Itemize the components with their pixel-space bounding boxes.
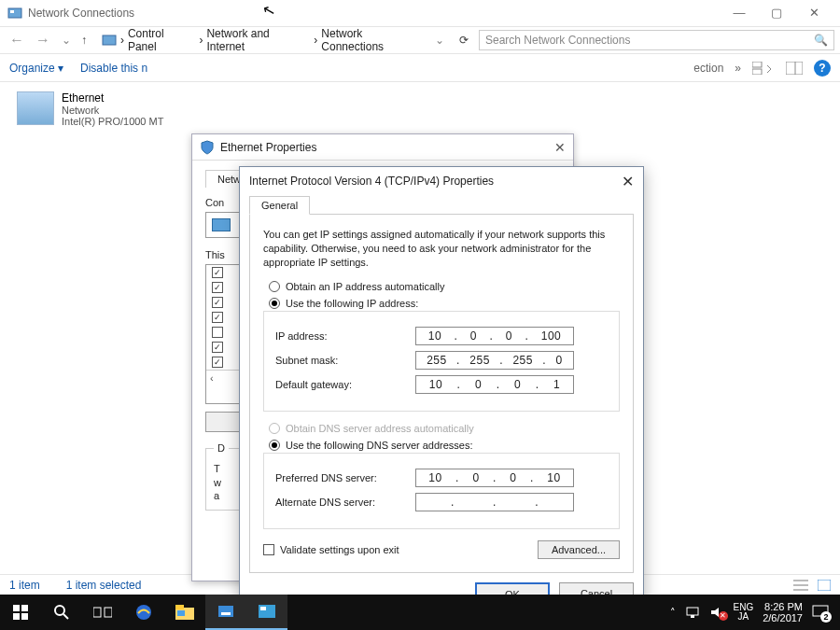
help-icon[interactable]: ? xyxy=(814,60,831,77)
svg-rect-18 xyxy=(105,608,112,617)
crumb-network-connections[interactable]: Network Connections xyxy=(321,27,427,53)
svg-rect-9 xyxy=(793,589,808,591)
ip-address-label: IP address: xyxy=(275,330,415,342)
crumb-network-internet[interactable]: Network and Internet xyxy=(206,27,310,53)
validate-checkbox[interactable] xyxy=(263,544,274,555)
svg-marker-29 xyxy=(711,608,719,617)
checkbox-icon[interactable] xyxy=(212,327,223,338)
scroll-left-icon[interactable]: ‹ xyxy=(210,372,214,384)
crumb-dropdown[interactable]: ⌄ xyxy=(435,34,444,47)
svg-rect-26 xyxy=(260,607,266,610)
search-button[interactable] xyxy=(41,595,82,630)
tab-general[interactable]: General xyxy=(249,196,310,215)
clock[interactable]: 8:26 PM 2/6/2017 xyxy=(763,601,803,623)
preferred-dns-input[interactable]: 10.0.0.10 xyxy=(415,469,574,487)
large-icons-view-icon[interactable] xyxy=(818,580,831,591)
ipv4-dialog-title: Internet Protocol Version 4 (TCP/IPv4) P… xyxy=(249,175,494,188)
checkbox-icon[interactable]: ✓ xyxy=(212,342,223,353)
ipv4-dialog-close[interactable]: ✕ xyxy=(622,173,634,190)
ipv4-properties-dialog: Internet Protocol Version 4 (TCP/IPv4) P… xyxy=(239,166,644,630)
svg-rect-3 xyxy=(752,62,762,67)
preview-pane-icon[interactable] xyxy=(786,62,803,75)
alternate-dns-input[interactable]: ... xyxy=(415,493,574,511)
breadcrumb[interactable]: › Control Panel › Network and Internet ›… xyxy=(97,26,449,54)
taskbar-control-panel[interactable] xyxy=(246,595,287,630)
svg-rect-14 xyxy=(21,613,28,620)
svg-rect-7 xyxy=(793,580,808,581)
ip-address-input[interactable]: 10.0.0.100 xyxy=(415,327,574,345)
subnet-mask-input[interactable]: 255.255.255.0 xyxy=(415,351,574,370)
checkbox-icon[interactable]: ✓ xyxy=(212,357,223,368)
dns-group: Preferred DNS server: 10.0.0.10 Alternat… xyxy=(263,453,620,529)
disable-device-button[interactable]: Disable this n xyxy=(80,62,147,75)
toolbar-more[interactable]: » xyxy=(735,62,741,75)
svg-rect-8 xyxy=(793,584,808,586)
taskbar-explorer[interactable] xyxy=(164,595,205,630)
search-input[interactable]: Search Network Connections 🔍 xyxy=(479,30,834,50)
nav-forward[interactable]: → xyxy=(32,32,54,49)
checkbox-icon[interactable]: ✓ xyxy=(212,297,223,308)
task-view-button[interactable] xyxy=(82,595,123,630)
taskbar-ie[interactable] xyxy=(123,595,164,630)
tray-network-icon[interactable] xyxy=(685,606,700,619)
language-indicator[interactable]: ENG JA xyxy=(734,603,754,623)
radio-use-following-dns[interactable]: Use the following DNS server addresses: xyxy=(269,440,620,451)
checkbox-icon[interactable]: ✓ xyxy=(212,312,223,323)
window-maximize[interactable]: ▢ xyxy=(758,1,795,25)
svg-rect-23 xyxy=(218,606,233,617)
address-bar: ← → ⌄ ↑ › Control Panel › Network and In… xyxy=(0,26,840,54)
window-minimize[interactable]: — xyxy=(721,1,758,25)
search-icon: 🔍 xyxy=(814,34,828,47)
refresh-button[interactable]: ⟳ xyxy=(453,34,475,47)
svg-rect-11 xyxy=(13,605,20,611)
organize-menu[interactable]: Organize ▾ xyxy=(9,62,63,75)
alternate-dns-label: Alternate DNS server: xyxy=(275,497,415,508)
window-title: Network Connections xyxy=(28,7,134,20)
svg-rect-27 xyxy=(687,608,698,615)
adapter-name: Ethernet xyxy=(62,91,163,105)
svg-rect-13 xyxy=(13,613,20,620)
ethernet-dialog-titlebar[interactable]: Ethernet Properties ✕ xyxy=(192,134,573,161)
nic-icon xyxy=(212,218,231,231)
validate-label: Validate settings upon exit xyxy=(280,544,399,555)
window-close[interactable]: ✕ xyxy=(795,1,833,25)
preferred-dns-label: Preferred DNS server: xyxy=(275,472,415,483)
svg-rect-28 xyxy=(691,615,694,618)
nav-up[interactable]: ↑ xyxy=(75,34,93,47)
window-titlebar: Network Connections — ▢ ✕ xyxy=(0,0,840,26)
advanced-button[interactable]: Advanced... xyxy=(538,540,620,559)
default-gateway-input[interactable]: 10.0.0.1 xyxy=(415,375,574,394)
toolbar-truncated[interactable]: ection xyxy=(693,62,723,75)
history-dropdown[interactable]: ⌄ xyxy=(62,34,71,47)
radio-icon xyxy=(269,281,280,292)
radio-obtain-ip-auto[interactable]: Obtain an IP address automatically xyxy=(269,281,620,292)
default-gateway-label: Default gateway: xyxy=(275,379,415,390)
command-bar: Organize ▾ Disable this n ection » ? xyxy=(0,54,840,82)
radio-icon xyxy=(269,423,280,434)
nav-back[interactable]: ← xyxy=(6,32,28,49)
status-item-selected: 1 item selected xyxy=(66,579,142,592)
crumb-control-panel[interactable]: Control Panel xyxy=(128,27,195,53)
intro-text: You can get IP settings assigned automat… xyxy=(263,228,620,270)
ethernet-dialog-close[interactable]: ✕ xyxy=(554,140,566,155)
action-center-icon[interactable]: 2 xyxy=(812,605,829,620)
window-icon xyxy=(7,6,22,21)
tray-chevron-up-icon[interactable]: ˄ xyxy=(670,607,676,619)
start-button[interactable] xyxy=(0,595,41,630)
taskbar-network-settings[interactable] xyxy=(205,595,246,630)
ipv4-dialog-titlebar[interactable]: Internet Protocol Version 4 (TCP/IPv4) P… xyxy=(240,167,643,195)
details-view-icon[interactable] xyxy=(793,580,808,591)
adapter-item-ethernet[interactable]: Ethernet Network Intel(R) PRO/1000 MT xyxy=(17,91,203,127)
radio-use-following-ip[interactable]: Use the following IP address: xyxy=(269,298,620,309)
svg-rect-2 xyxy=(103,35,116,45)
svg-rect-17 xyxy=(93,608,101,617)
connect-using-label: Con xyxy=(205,197,224,208)
adapter-type: Network xyxy=(62,105,163,116)
checkbox-icon[interactable]: ✓ xyxy=(212,282,223,293)
view-layout-icon[interactable] xyxy=(752,62,775,75)
svg-rect-24 xyxy=(221,612,231,615)
content-area: Ethernet Network Intel(R) PRO/1000 MT Et… xyxy=(0,82,840,595)
tray-volume-icon[interactable]: ✕ xyxy=(709,606,724,619)
radio-icon xyxy=(269,298,280,309)
checkbox-icon[interactable]: ✓ xyxy=(212,267,223,278)
